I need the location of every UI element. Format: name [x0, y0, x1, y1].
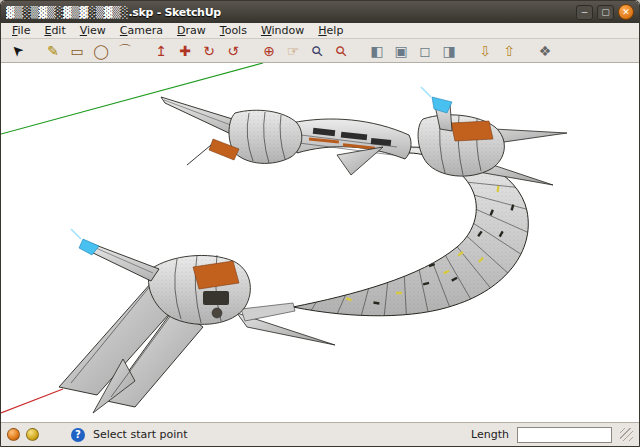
tool-glyph-icon: ➤ — [6, 39, 28, 61]
circle-tool[interactable]: ◯ — [90, 40, 112, 62]
statusbar: ? Select start point Length — [1, 422, 639, 446]
menu-file[interactable]: File — [5, 23, 37, 38]
resize-grip[interactable] — [620, 428, 633, 441]
tool-group-draw: ✎ ▭ ◯ ⌒ — [42, 40, 136, 62]
close-button[interactable]: ✕ — [618, 4, 634, 20]
pan-tool[interactable]: ☞ — [282, 40, 304, 62]
tool-group-extra: ❖ — [534, 40, 556, 62]
tool-glyph-icon: ⚲ — [306, 40, 327, 61]
front-view[interactable]: ◻ — [414, 40, 436, 62]
tool-glyph-icon: ▭ — [70, 41, 83, 61]
tool-glyph-icon: ✎ — [47, 41, 59, 61]
tool-glyph-icon: ◯ — [93, 41, 109, 61]
length-label: Length — [471, 428, 509, 441]
select-tool[interactable]: ➤ — [6, 40, 28, 62]
lower-cockpit — [203, 291, 229, 305]
tool-group-select: ➤ — [6, 40, 28, 62]
tool-group-warehouse: ⇩ ⇧ — [474, 40, 520, 62]
tool-glyph-icon: ↺ — [227, 41, 239, 61]
lower-neck — [241, 303, 295, 321]
tool-glyph-icon: ⌒ — [118, 41, 132, 61]
tool-glyph-icon: ↥ — [155, 41, 167, 61]
top-view[interactable]: ▣ — [390, 40, 412, 62]
model-lower-prong — [59, 229, 335, 413]
maximize-button[interactable]: ▢ — [597, 5, 614, 20]
line-tool[interactable]: ✎ — [42, 40, 64, 62]
drawing-axes — [1, 63, 263, 413]
length-input[interactable] — [517, 427, 612, 443]
window-controls: − ▢ ✕ — [576, 4, 634, 20]
model-crescent-hull — [280, 138, 577, 353]
orbit-tool[interactable]: ⊕ — [258, 40, 280, 62]
move-tool[interactable]: ✚ — [174, 40, 196, 62]
share-model-tool[interactable]: ⇧ — [498, 40, 520, 62]
tool-glyph-icon: ⚲ — [330, 40, 351, 61]
offset-tool[interactable]: ↺ — [222, 40, 244, 62]
3d-model — [59, 87, 577, 413]
menu-camera[interactable]: Camera — [113, 23, 170, 38]
tool-glyph-icon: ⇧ — [503, 41, 515, 61]
status-orange-icon[interactable] — [7, 428, 20, 441]
model-viewport — [1, 63, 639, 422]
tool-glyph-icon: ▣ — [394, 41, 407, 61]
arc-tool[interactable]: ⌒ — [114, 40, 136, 62]
titlebar[interactable]: ▓▒░▒▓▒░▓▒▓░▒▓▒░.skp - SketchUp − ▢ ✕ — [1, 1, 639, 23]
drawing-canvas[interactable] — [1, 63, 639, 422]
rectangle-tool[interactable]: ▭ — [66, 40, 88, 62]
menubar: File Edit View Camera Draw Tools Window … — [1, 23, 639, 39]
menu-edit[interactable]: Edit — [37, 23, 72, 38]
tool-glyph-icon: ⇩ — [479, 41, 491, 61]
orange-hull-panel-right — [451, 121, 493, 141]
rotate-tool[interactable]: ↻ — [198, 40, 220, 62]
tool-glyph-icon: ◻ — [419, 41, 431, 61]
zoom-extents-tool[interactable]: ⚲ — [330, 40, 352, 62]
menu-draw[interactable]: Draw — [170, 23, 213, 38]
status-message: Select start point — [93, 428, 188, 441]
push-pull-tool[interactable]: ↥ — [150, 40, 172, 62]
tool-glyph-icon: ◨ — [442, 41, 455, 61]
menu-view[interactable]: View — [73, 23, 113, 38]
status-yellow-icon[interactable] — [26, 428, 39, 441]
red-axis — [1, 389, 63, 413]
get-models-tool[interactable]: ⇩ — [474, 40, 496, 62]
model-right-prong — [418, 87, 567, 185]
tool-glyph-icon: ⊕ — [263, 41, 275, 61]
hull-rib-lines — [280, 138, 577, 353]
tool-group-views: ◧ ▣ ◻ ◨ — [366, 40, 460, 62]
zoom-tool[interactable]: ⚲ — [306, 40, 328, 62]
menu-help[interactable]: Help — [311, 23, 350, 38]
menu-window[interactable]: Window — [254, 23, 311, 38]
mid-fin — [337, 147, 383, 175]
toolbar: ➤ ✎ ▭ ◯ ⌒ ↥ ✚ ↻ ↺ ⊕ ☞ ⚲ ⚲ ◧ — [1, 39, 639, 63]
help-icon[interactable]: ? — [71, 428, 85, 442]
tool-glyph-icon: ❖ — [539, 41, 552, 61]
menu-tools[interactable]: Tools — [213, 23, 254, 38]
components-tool[interactable]: ❖ — [534, 40, 556, 62]
tool-glyph-icon: ☞ — [287, 41, 300, 61]
tool-group-edit: ↥ ✚ ↻ ↺ — [150, 40, 244, 62]
iso-view[interactable]: ◧ — [366, 40, 388, 62]
sketchup-window: ▓▒░▒▓▒░▓▒▓░▒▓▒░.skp - SketchUp − ▢ ✕ Fil… — [0, 0, 640, 447]
tool-group-camera: ⊕ ☞ ⚲ ⚲ — [258, 40, 352, 62]
nose-spike — [161, 97, 239, 135]
tool-glyph-icon: ↻ — [203, 41, 215, 61]
model-engine-band — [291, 119, 411, 175]
window-title: ▓▒░▒▓▒░▓▒▓░▒▓▒░.skp - SketchUp — [6, 6, 221, 19]
tool-glyph-icon: ◧ — [370, 41, 383, 61]
nose-antenna — [187, 145, 211, 165]
minimize-button[interactable]: − — [576, 5, 593, 20]
right-view[interactable]: ◨ — [438, 40, 460, 62]
model-nose-prong — [161, 97, 302, 165]
tool-glyph-icon: ✚ — [179, 41, 191, 61]
